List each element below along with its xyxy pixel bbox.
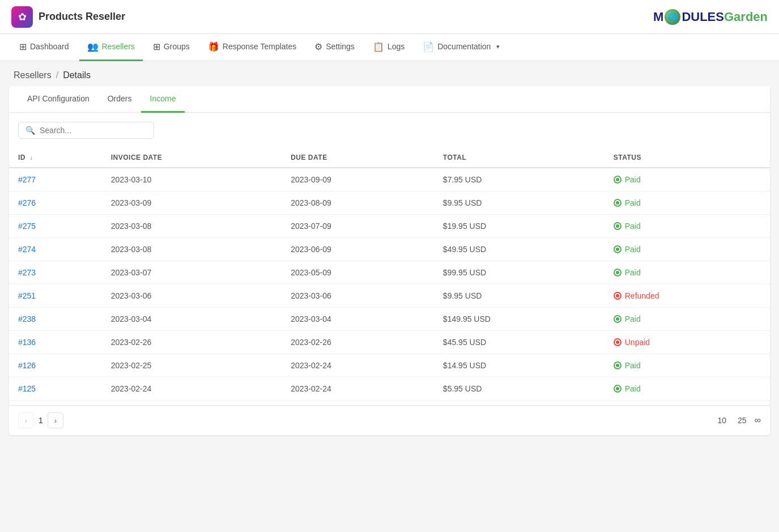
cell-id: #238 [9,308,102,331]
pagination-sizes: 10 25 ∞ [714,415,761,426]
cell-id: #274 [9,238,102,261]
invoice-id-link[interactable]: #276 [18,198,36,207]
settings-icon: ⚙ [314,41,322,52]
cell-invoice-date: 2023-03-10 [102,168,282,191]
income-table-wrapper: ID ↓ INVOICE DATE DUE DATE TOTAL STATUS [9,148,770,405]
income-table: ID ↓ INVOICE DATE DUE DATE TOTAL STATUS [9,148,770,401]
pagination-prev-button[interactable]: ‹ [18,412,34,428]
nav-label-groups: Groups [164,42,190,51]
cell-total: $99.95 USD [434,261,605,284]
cell-due-date: 2023-07-09 [282,215,434,238]
status-dot-icon [614,176,622,184]
table-row: #136 2023-02-26 2023-02-26 $45.95 USD Un… [9,331,770,354]
content-card: API Configuration Orders Income 🔍 ID ↓ [9,86,770,435]
invoice-id-link[interactable]: #136 [18,338,36,347]
cell-status: Paid [605,354,770,377]
cell-invoice-date: 2023-02-26 [102,331,282,354]
search-input[interactable] [40,126,147,135]
nav-item-logs[interactable]: 📋 Logs [365,34,412,61]
status-label: Paid [625,245,641,254]
status-label: Paid [625,198,641,207]
tab-orders[interactable]: Orders [99,86,141,113]
nav-item-documentation[interactable]: 📄 Documentation ▾ [415,34,508,61]
page-size-all-icon[interactable]: ∞ [755,415,761,425]
header: ✿ Products Reseller M 🌐 DULES Garden [0,0,779,34]
table-row: #126 2023-02-25 2023-02-24 $14.95 USD Pa… [9,354,770,377]
search-icon: 🔍 [25,126,35,135]
nav-item-resellers[interactable]: 👥 Resellers [79,34,143,61]
invoice-id-link[interactable]: #273 [18,268,36,277]
brand-globe-icon: 🌐 [665,9,680,25]
cell-status: Paid [605,238,770,261]
documentation-chevron-icon: ▾ [496,43,500,50]
nav-item-response-templates[interactable]: 🎁 Response Templates [200,34,304,61]
cell-total: $5.95 USD [434,377,605,401]
table-row: #251 2023-03-06 2023-03-06 $9.95 USD Ref… [9,284,770,308]
pagination-current-page: 1 [39,416,43,425]
invoice-id-link[interactable]: #251 [18,291,36,300]
cell-id: #136 [9,331,102,354]
brand-garden: Garden [724,10,768,24]
invoice-id-link[interactable]: #277 [18,175,36,184]
cell-due-date: 2023-02-24 [282,377,434,401]
page-size-10[interactable]: 10 [714,415,730,426]
cell-id: #275 [9,215,102,238]
cell-status: Paid [605,191,770,215]
table-row: #273 2023-03-07 2023-05-09 $99.95 USD Pa… [9,261,770,284]
app-title: Products Reseller [39,11,125,23]
cell-invoice-date: 2023-03-09 [102,191,282,215]
logo-area: ✿ Products Reseller [11,6,125,28]
tab-bar: API Configuration Orders Income [9,86,770,113]
cell-due-date: 2023-05-09 [282,261,434,284]
cell-total: $7.95 USD [434,168,605,191]
groups-icon: ⊞ [153,41,160,52]
nav-item-settings[interactable]: ⚙ Settings [307,34,363,61]
cell-id: #251 [9,284,102,308]
col-header-invoice-date: INVOICE DATE [102,148,282,168]
col-header-id[interactable]: ID ↓ [9,148,102,168]
cell-id: #276 [9,191,102,215]
cell-invoice-date: 2023-03-08 [102,238,282,261]
nav-item-dashboard[interactable]: ⊞ Dashboard [11,34,77,61]
documentation-icon: 📄 [423,41,434,52]
table-row: #125 2023-02-24 2023-02-24 $5.95 USD Pai… [9,377,770,401]
cell-total: $19.95 USD [434,215,605,238]
tab-api-configuration[interactable]: API Configuration [18,86,99,113]
cell-id: #277 [9,168,102,191]
cell-status: Paid [605,377,770,401]
cell-status: Paid [605,168,770,191]
status-label: Unpaid [625,338,650,347]
nav-item-groups[interactable]: ⊞ Groups [145,34,198,61]
table-row: #274 2023-03-08 2023-06-09 $49.95 USD Pa… [9,238,770,261]
status-dot-icon [614,222,622,230]
invoice-id-link[interactable]: #275 [18,222,36,231]
cell-total: $45.95 USD [434,331,605,354]
invoice-id-link[interactable]: #238 [18,314,36,324]
table-row: #277 2023-03-10 2023-09-09 $7.95 USD Pai… [9,168,770,191]
invoice-id-link[interactable]: #274 [18,245,36,254]
table-row: #276 2023-03-09 2023-08-09 $9.95 USD Pai… [9,191,770,215]
status-dot-icon [614,338,622,346]
cell-status: Refunded [605,284,770,308]
cell-id: #125 [9,377,102,401]
nav-label-documentation: Documentation [437,42,491,51]
col-header-total: TOTAL [434,148,605,168]
breadcrumb-parent[interactable]: Resellers [14,70,52,80]
cell-id: #273 [9,261,102,284]
status-dot-icon [614,385,622,393]
pagination-next-button[interactable]: › [48,412,63,428]
table-row: #275 2023-03-08 2023-07-09 $19.95 USD Pa… [9,215,770,238]
invoice-id-link[interactable]: #126 [18,361,36,370]
page-size-25[interactable]: 25 [734,415,750,426]
cell-status: Paid [605,261,770,284]
search-box: 🔍 [18,122,154,139]
cell-total: $9.95 USD [434,284,605,308]
pagination-nav: ‹ 1 › [18,412,63,428]
tab-income[interactable]: Income [141,86,185,113]
invoice-id-link[interactable]: #125 [18,384,36,393]
status-dot-icon [614,292,622,300]
status-label: Paid [625,175,641,184]
response-templates-icon: 🎁 [208,41,219,52]
table-row: #238 2023-03-04 2023-03-04 $149.95 USD P… [9,308,770,331]
cell-total: $149.95 USD [434,308,605,331]
